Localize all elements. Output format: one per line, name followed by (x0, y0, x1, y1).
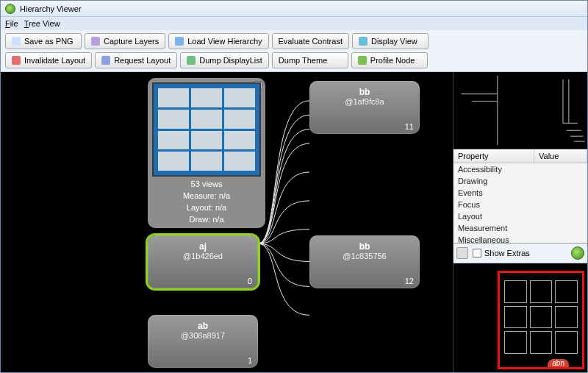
request-layout-label: Request Layout (114, 56, 171, 65)
node-title: ab (198, 321, 208, 331)
display-view-button[interactable]: Display View (352, 33, 429, 49)
menu-treeview[interactable]: Tree View (24, 19, 60, 28)
save-as-png-label: Save as PNG (24, 37, 74, 46)
node-index: 1 (248, 356, 252, 365)
content-area: 53 views Measure: n/a Layout: n/a Draw: … (1, 72, 587, 372)
profile-node-button[interactable]: Profile Node (351, 52, 428, 68)
capture-layers-button[interactable]: Capture Layers (85, 33, 165, 49)
preview-grid (504, 280, 578, 354)
property-row[interactable]: Miscellaneous (453, 234, 587, 243)
refresh-icon[interactable] (571, 246, 584, 260)
property-column-header[interactable]: Property (453, 149, 534, 163)
tooltip-views-count: 53 views (152, 180, 261, 188)
selection-outline: abn (498, 271, 584, 369)
property-row[interactable]: Focus (453, 199, 587, 210)
menu-file[interactable]: File (5, 19, 18, 28)
profile-icon (358, 56, 367, 65)
load-view-hierarchy-label: Load View Hierarchy (187, 37, 262, 46)
invalidate-layout-button[interactable]: Invalidate Layout (5, 52, 92, 68)
tooltip-draw: Draw: n/a (152, 215, 261, 224)
properties-header: Property Value (453, 149, 587, 163)
load-view-hierarchy-button[interactable]: Load View Hierarchy (168, 33, 268, 49)
extras-row: Show Extras (453, 244, 587, 263)
request-layout-button[interactable]: Request Layout (95, 52, 177, 68)
menubar: File Tree View (1, 17, 587, 30)
property-row[interactable]: Measurement (453, 222, 587, 234)
dump-theme-button[interactable]: Dump Theme (272, 52, 348, 68)
preview-name: abn (548, 359, 569, 367)
dump-icon (187, 56, 196, 65)
show-extras-checkbox[interactable] (473, 249, 481, 257)
node-title: bb (359, 241, 370, 252)
app-icon (5, 4, 15, 14)
tooltip-measure: Measure: n/a (152, 191, 261, 200)
node-index: 11 (405, 122, 414, 131)
properties-list[interactable]: Accessibility Drawing Events Focus Layou… (453, 163, 587, 243)
property-row[interactable]: Accessibility (453, 163, 587, 175)
evaluate-contrast-button[interactable]: Evaluate Contrast (272, 33, 349, 49)
display-icon (359, 37, 368, 46)
titlebar[interactable]: Hierarchy Viewer (1, 1, 587, 17)
node-title: bb (359, 87, 370, 97)
property-row[interactable]: Drawing (453, 175, 587, 187)
node-index: 0 (248, 277, 252, 285)
tree-node-bb1[interactable]: bb @1af9fc8a 11 (309, 81, 420, 134)
tree-node-ab[interactable]: ab @308a8917 1 (148, 315, 258, 368)
save-as-png-button[interactable]: Save as PNG (5, 33, 82, 49)
property-row[interactable]: Events (453, 187, 587, 199)
dump-displaylist-label: Dump DisplayList (199, 56, 262, 65)
profile-node-label: Profile Node (370, 56, 415, 65)
connection-wires (258, 72, 309, 372)
capture-layers-label: Capture Layers (104, 37, 159, 46)
dump-displaylist-button[interactable]: Dump DisplayList (180, 52, 269, 68)
app-window: Hierarchy Viewer File Tree View Save as … (0, 0, 588, 373)
property-row[interactable]: Layout (453, 210, 587, 222)
value-column-header[interactable]: Value (534, 149, 587, 163)
layers-icon (91, 37, 100, 46)
invalidate-icon (12, 56, 21, 65)
properties-panel: Property Value Accessibility Drawing Eve… (453, 149, 587, 244)
evaluate-contrast-label: Evaluate Contrast (279, 37, 343, 46)
node-id: @308a8917 (181, 331, 225, 340)
reload-icon (175, 37, 184, 46)
save-icon (12, 37, 21, 46)
tree-node-bb2[interactable]: bb @1c835756 12 (309, 235, 420, 288)
node-id: @1c835756 (343, 252, 387, 260)
node-tooltip: 53 views Measure: n/a Layout: n/a Draw: … (148, 78, 265, 228)
node-index: 12 (405, 277, 414, 285)
window-title: Hierarchy Viewer (20, 4, 82, 13)
right-panel: Property Value Accessibility Drawing Eve… (453, 72, 587, 372)
request-icon (101, 56, 110, 65)
node-title: aj (199, 241, 207, 252)
tooltip-layout: Layout: n/a (152, 203, 261, 212)
overview-map[interactable] (453, 72, 587, 149)
dump-theme-label: Dump Theme (279, 56, 327, 65)
display-view-label: Display View (371, 37, 417, 46)
toolbar: Save as PNG Capture Layers Load View Hie… (1, 30, 587, 72)
view-preview[interactable]: abn (453, 263, 587, 372)
node-id: @1b426ed (183, 252, 223, 260)
hierarchy-canvas[interactable]: 53 views Measure: n/a Layout: n/a Draw: … (1, 72, 453, 372)
collapse-icon[interactable] (456, 247, 468, 259)
show-extras-label: Show Extras (484, 249, 530, 257)
invalidate-layout-label: Invalidate Layout (24, 56, 85, 65)
view-thumbnail (152, 82, 261, 177)
node-id: @1af9fc8a (345, 97, 384, 106)
tree-node-aj[interactable]: aj @1b426ed 0 (148, 235, 258, 288)
